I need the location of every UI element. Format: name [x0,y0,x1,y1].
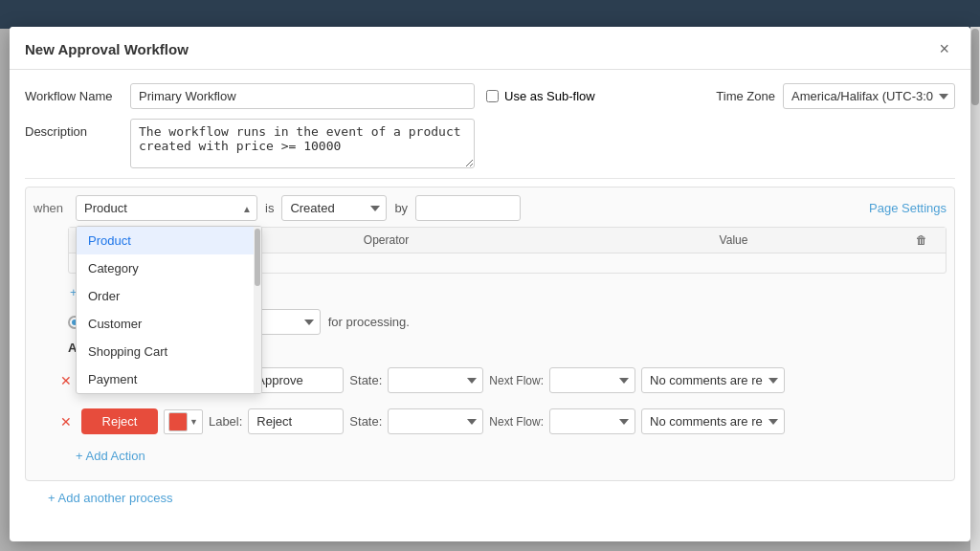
when-row: when ▲ Product Category [33,195,947,221]
subflow-checkbox-wrap: Use as Sub-flow [486,89,595,103]
reject-color-chevron: ▼ [189,417,198,427]
by-label: by [394,201,408,215]
modal-dialog: New Approval Workflow × Workflow Name Us… [10,27,970,541]
divider [25,178,955,179]
reject-next-flow-label: Next Flow: [489,415,544,429]
top-bar [0,0,980,29]
reject-state-prefix: State: [349,414,382,429]
reject-action-row: ✕ Reject ▼ Label: State: Next Flow: [53,404,947,439]
page-settings-link[interactable]: Page Settings [869,201,947,215]
delete-col-header: 🗑 [907,233,936,247]
dropdown-item-shopping-cart[interactable]: Shopping Cart [77,338,261,365]
reject-next-flow-wrap: Next Flow: [489,415,544,429]
for-processing-label: for processing. [328,315,410,329]
reject-remove-button[interactable]: ✕ [60,414,76,430]
reject-comments-select[interactable]: No comments are required [641,408,785,434]
dropdown-scrollbar[interactable] [254,227,261,393]
approve-comments-select[interactable]: No comments are required [641,367,785,393]
use-as-subflow-label: Use as Sub-flow [504,89,595,103]
reject-button[interactable]: Reject [81,408,158,434]
use-as-subflow-checkbox[interactable] [486,90,499,102]
dropdown-item-order[interactable]: Order [77,282,261,310]
description-control: The workflow runs in the event of a prod… [130,119,955,168]
operator-header: Operator [212,233,560,247]
delete-icon[interactable]: 🗑 [916,233,927,247]
description-label: Description [25,119,130,139]
approve-next-flow-label: Next Flow: [489,374,544,387]
scrollbar-thumb[interactable] [971,29,979,105]
modal-header: New Approval Workflow × [10,27,970,70]
workflow-name-control: Use as Sub-flow Time Zone America/Halifa… [130,83,955,109]
approve-next-flow-wrap: Next Flow: [489,374,544,387]
event-select[interactable]: Created [281,195,387,221]
add-another-process-button[interactable]: + Add another process [40,487,955,509]
when-label: when [33,201,68,215]
approve-label-input[interactable] [248,367,344,393]
timezone-label: Time Zone [716,89,775,103]
entity-select-wrap: ▲ Product Category Order [76,195,257,221]
dropdown-item-category[interactable]: Category [77,254,261,282]
workflow-name-input[interactable] [130,83,475,109]
is-label: is [265,201,274,215]
entity-select-input[interactable] [76,195,257,221]
value-header: Value [560,233,907,247]
dropdown-scrollbar-thumb [255,229,260,286]
modal-title: New Approval Workflow [25,41,189,57]
approve-state-select[interactable] [388,367,483,393]
approve-state-prefix: State: [349,373,382,387]
workflow-name-label: Workflow Name [25,83,130,103]
approve-next-flow-select[interactable] [549,367,635,393]
reject-state-select[interactable] [388,408,483,434]
timezone-wrap: Time Zone America/Halifax (UTC-3:00) [716,83,955,109]
workflow-name-row: Workflow Name Use as Sub-flow Time Zone … [25,83,955,109]
scrollbar-track[interactable] [970,27,980,551]
by-input[interactable] [415,195,521,221]
dropdown-item-customer[interactable]: Customer [77,310,261,338]
reject-label-input[interactable] [248,408,344,434]
add-action-button[interactable]: + Add Action [68,445,947,467]
timezone-select[interactable]: America/Halifax (UTC-3:00) [783,83,955,109]
reject-color-picker[interactable]: ▼ [164,409,203,434]
approve-remove-button[interactable]: ✕ [60,373,76,388]
reject-label-prefix: Label: [209,414,242,429]
entity-dropdown: Product Category Order Customer [76,226,262,394]
reject-color-swatch [168,412,188,431]
process-block: when ▲ Product Category [25,187,955,481]
description-input[interactable]: The workflow runs in the event of a prod… [130,119,475,168]
modal-body: Workflow Name Use as Sub-flow Time Zone … [10,70,970,541]
dropdown-item-product[interactable]: Product [77,227,261,254]
close-button[interactable]: × [933,38,955,59]
description-row: Description The workflow runs in the eve… [25,119,955,168]
reject-next-flow-select[interactable] [549,408,635,434]
dropdown-item-payment[interactable]: Payment [77,365,261,393]
